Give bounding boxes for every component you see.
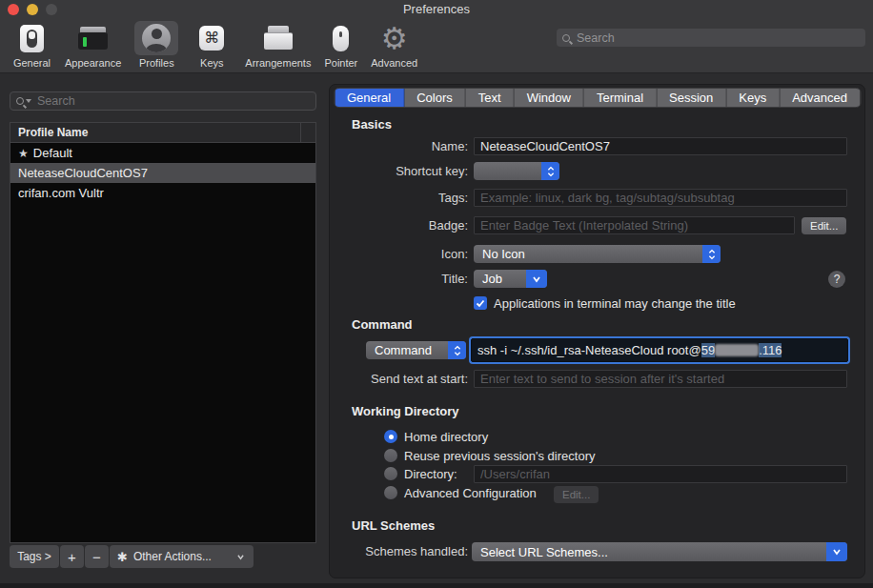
tags-label: Tags: <box>330 191 468 205</box>
command-key-icon: ⌘ <box>199 26 224 51</box>
tab-keys[interactable]: Keys <box>726 89 780 107</box>
titlebar: Preferences <box>0 0 873 19</box>
profile-table-header[interactable]: Profile Name <box>10 123 315 143</box>
radio-directory-label: Directory: <box>404 467 457 481</box>
radio-reuse-previous-directory[interactable] <box>384 449 397 462</box>
toolbar: General Appearance Profiles ⌘ Keys <box>6 19 424 72</box>
profile-name: NeteaseCloudCentOS7 <box>18 166 148 180</box>
radio-directory[interactable] <box>384 467 397 480</box>
remove-profile-button[interactable]: − <box>85 545 109 568</box>
tab-colors[interactable]: Colors <box>404 89 466 107</box>
command-type-popup[interactable]: Command <box>366 341 466 359</box>
toolbar-item-arrangements[interactable]: Arrangements <box>238 19 317 69</box>
profile-row-neteasecloudcentos7[interactable]: NeteaseCloudCentOS7 <box>10 163 315 183</box>
help-button[interactable]: ? <box>828 271 845 288</box>
tab-session[interactable]: Session <box>657 89 726 107</box>
appearance-icon <box>78 27 108 50</box>
profile-search-field[interactable]: Search <box>10 91 316 111</box>
url-schemes-heading: URL Schemes <box>352 518 435 533</box>
search-icon <box>562 34 570 42</box>
tab-general[interactable]: General <box>335 89 404 107</box>
toolbar-item-pointer[interactable]: Pointer <box>317 19 364 69</box>
general-switch-icon <box>20 25 44 52</box>
tab-advanced[interactable]: Advanced <box>780 89 860 107</box>
command-heading: Command <box>352 317 413 332</box>
toolbar-item-label: Advanced <box>371 57 417 69</box>
title-pulldown[interactable]: Job <box>474 270 547 288</box>
radio-advanced-configuration[interactable] <box>384 486 397 499</box>
profile-list-footer: Tags > + − ✱ Other Actions... <box>10 545 254 568</box>
title-pulldown-value: Job <box>474 272 526 286</box>
toolbar-item-label: General <box>13 57 51 69</box>
window-title: Preferences <box>0 2 873 16</box>
badge-edit-button[interactable]: Edit... <box>802 217 846 234</box>
star-icon: ★ <box>18 147 29 160</box>
radio-home-directory[interactable] <box>384 430 397 443</box>
chevron-down-icon <box>526 270 547 288</box>
chevron-down-icon <box>826 542 847 561</box>
column-divider <box>300 123 301 142</box>
name-field[interactable] <box>474 137 847 155</box>
column-header-profile-name: Profile Name <box>18 126 88 139</box>
toolbar-search-field[interactable]: Search <box>557 29 865 47</box>
tab-text[interactable]: Text <box>466 89 515 107</box>
arrangements-windows-icon <box>264 26 293 51</box>
command-text-selected: 59 <box>701 343 715 357</box>
tab-terminal[interactable]: Terminal <box>584 89 657 107</box>
directory-field[interactable] <box>474 465 847 483</box>
basics-heading: Basics <box>352 117 392 132</box>
tags-button[interactable]: Tags > <box>10 545 59 568</box>
radio-home-directory-label: Home directory <box>404 430 488 444</box>
redacted-ip-blur <box>715 344 759 356</box>
stepper-icon <box>702 245 721 263</box>
content-area: Search Profile Name ★ Default NeteaseClo… <box>0 74 873 588</box>
window-bottom-edge <box>0 583 873 588</box>
tags-field[interactable] <box>474 189 847 207</box>
toolbar-item-label: Profiles <box>139 57 174 69</box>
toolbar-item-general[interactable]: General <box>6 19 58 69</box>
other-actions-label: Other Actions... <box>133 550 212 563</box>
profile-settings-panel: General Colors Text Window Terminal Sess… <box>329 84 865 578</box>
title-change-checkbox-label: Applications in terminal may change the … <box>494 296 736 311</box>
toolbar-item-label: Pointer <box>324 57 357 69</box>
url-schemes-value: Select URL Schemes... <box>472 545 826 559</box>
add-profile-button[interactable]: + <box>60 545 84 568</box>
search-placeholder: Search <box>577 31 615 45</box>
toolbar-item-label: Keys <box>200 57 223 69</box>
gear-icon: ✱ <box>117 550 128 564</box>
mouse-pointer-icon <box>333 26 349 51</box>
preferences-window: Preferences General Appearance Profiles … <box>0 0 873 588</box>
toolbar-item-profiles[interactable]: Profiles <box>128 19 185 69</box>
badge-field[interactable] <box>474 216 795 234</box>
other-actions-button[interactable]: ✱ Other Actions... <box>110 545 254 568</box>
chevron-down-icon <box>236 554 245 560</box>
icon-label: Icon: <box>330 247 468 261</box>
toolbar-item-appearance[interactable]: Appearance <box>58 19 128 69</box>
window-chrome: Preferences General Appearance Profiles … <box>0 0 873 73</box>
send-text-field[interactable] <box>474 370 847 388</box>
radio-reuse-previous-directory-label: Reuse previous session's directory <box>404 449 595 463</box>
command-type-value: Command <box>366 343 448 357</box>
name-label: Name: <box>330 139 468 153</box>
toolbar-item-advanced[interactable]: ⚙ Advanced <box>364 19 424 69</box>
toolbar-item-keys[interactable]: ⌘ Keys <box>185 19 238 69</box>
send-text-label: Send text at start: <box>330 372 468 386</box>
tab-window[interactable]: Window <box>515 89 584 107</box>
command-text: ssh -i ~/.ssh/id_rsa-NeteaseCloud root@ <box>477 343 701 357</box>
profile-row-crifan-vultr[interactable]: crifan.com Vultr <box>10 183 315 203</box>
profile-row-default[interactable]: ★ Default <box>10 143 315 163</box>
profile-tabs: General Colors Text Window Terminal Sess… <box>334 88 861 108</box>
shortcut-key-popup[interactable] <box>474 162 559 180</box>
working-directory-heading: Working Directory <box>352 404 458 418</box>
command-text-selected: .116 <box>759 343 782 357</box>
icon-popup-value: No Icon <box>474 247 702 261</box>
toolbar-item-label: Appearance <box>65 57 121 69</box>
command-field[interactable]: ssh -i ~/.ssh/id_rsa-NeteaseCloud root@5… <box>471 338 848 362</box>
search-options-chevron-icon <box>26 99 31 103</box>
search-icon <box>16 97 24 105</box>
icon-popup[interactable]: No Icon <box>474 245 721 263</box>
url-schemes-pulldown[interactable]: Select URL Schemes... <box>472 542 847 561</box>
gear-icon: ⚙ <box>381 24 408 52</box>
badge-label: Badge: <box>330 218 468 233</box>
title-change-checkbox[interactable] <box>474 296 487 310</box>
